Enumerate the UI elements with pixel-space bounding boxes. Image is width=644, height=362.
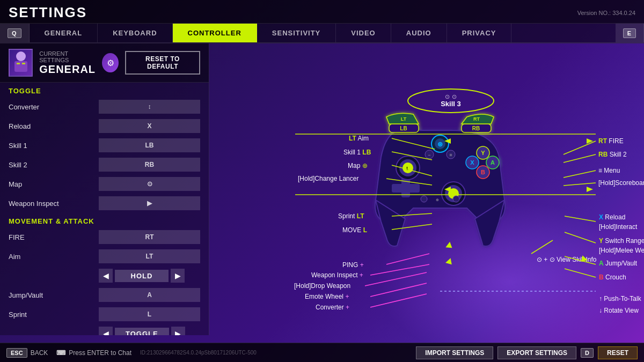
svg-text:Sprint LT: Sprint LT <box>338 212 364 220</box>
tab-general[interactable]: GENERAL <box>30 24 98 42</box>
toggle-map-row: Map ⊙ <box>0 174 209 194</box>
aim-mode-next-button[interactable]: ▶ <box>171 269 185 283</box>
svg-text:LB: LB <box>400 125 407 131</box>
svg-text:Emote Wheel +: Emote Wheel + <box>305 293 349 300</box>
keyboard-icon: ⌨ <box>56 349 65 357</box>
toggle-skill1-row: Skill 1 LB <box>0 136 209 155</box>
svg-text:PING +: PING + <box>342 261 364 269</box>
toggle-skill2-row: Skill 2 RB <box>0 155 209 174</box>
sprint-key: L <box>148 311 151 318</box>
svg-text:A Jump/Vault: A Jump/Vault <box>599 260 638 267</box>
toggle-converter-label: Converter <box>9 103 94 111</box>
svg-line-60 <box>370 294 427 307</box>
svg-text:↑ Push-To-Talk: ↑ Push-To-Talk <box>599 295 642 302</box>
sprint-control[interactable]: L <box>99 307 200 321</box>
tab-sensitivity[interactable]: SENSITIVITY <box>257 24 336 42</box>
version-id: ID:213029664782S4.0.24pSb80171206UTC-500 <box>140 350 257 356</box>
export-settings-button[interactable]: Export Settings <box>497 346 576 359</box>
avatar <box>9 49 33 77</box>
svg-marker-94 <box>444 242 453 250</box>
tab-q-key[interactable]: Q <box>0 24 30 42</box>
tab-audio[interactable]: AUDIO <box>391 24 447 42</box>
svg-text:LT: LT <box>401 116 407 122</box>
aim-control[interactable]: LT <box>99 249 200 263</box>
tab-e-key[interactable]: E <box>616 24 644 42</box>
reset-key-chip[interactable]: D <box>581 348 594 358</box>
sprint-mode-value: TOGGLE <box>115 328 169 336</box>
reset-button[interactable]: RESET <box>598 346 638 359</box>
chat-hint: ⌨ Press ENTER to Chat <box>56 349 131 357</box>
svg-rect-1 <box>14 61 27 72</box>
bottom-right: Import Settings Export Settings D RESET <box>416 346 638 359</box>
tab-video[interactable]: VIDEO <box>336 24 391 42</box>
converter-key: ↕ <box>148 103 151 110</box>
svg-line-64 <box>564 154 596 162</box>
tab-privacy[interactable]: PRIVACY <box>447 24 512 42</box>
svg-text:Weapon Inspect +: Weapon Inspect + <box>311 271 363 279</box>
sprint-mode-prev-button[interactable]: ◀ <box>99 327 113 335</box>
skill2-key: RB <box>145 161 154 168</box>
svg-line-80 <box>565 269 596 277</box>
svg-text:RT FIRE: RT FIRE <box>598 137 624 145</box>
svg-rect-11 <box>392 184 420 193</box>
version-text: Version NO.: 334.0.24 <box>577 10 635 16</box>
fire-key: RT <box>145 233 154 241</box>
settings-header: Current settings GENERAL ⚙ RESET TO DEFA… <box>0 43 209 83</box>
svg-marker-95 <box>444 258 452 266</box>
svg-text:A: A <box>491 159 495 166</box>
svg-text:≡: ≡ <box>449 152 452 158</box>
map-key: ⊙ <box>147 180 152 188</box>
svg-text:⊙ ⊙: ⊙ ⊙ <box>445 93 456 100</box>
svg-text:Y: Y <box>481 150 485 156</box>
jump-vault-control[interactable]: A <box>99 288 200 302</box>
aim-mode-prev-button[interactable]: ◀ <box>99 269 113 283</box>
svg-point-0 <box>16 51 26 61</box>
toggle-skill2-label: Skill 2 <box>9 161 94 169</box>
reload-key: X <box>147 122 151 130</box>
svg-text:⊛: ⊛ <box>437 141 443 148</box>
fire-control[interactable]: RT <box>99 230 200 244</box>
toggle-skill2-control[interactable]: RB <box>99 158 200 172</box>
reset-to-default-button[interactable]: RESET TO DEFAULT <box>125 51 200 75</box>
import-settings-button[interactable]: Import Settings <box>416 346 493 359</box>
aim-label: Aim <box>9 253 94 261</box>
movement-attack-section-label: MOVEMENT & ATTACK <box>0 213 209 227</box>
weapon-inspect-key: ▶ <box>147 200 152 207</box>
aim-mode-row: ◀ HOLD ▶ <box>0 266 209 285</box>
jump-vault-row: Jump/Vault A <box>0 285 209 305</box>
toggle-reload-control[interactable]: X <box>99 119 200 133</box>
toggle-section-label: TOGGLE <box>0 83 209 97</box>
svg-text:[Hold]Melee Weapon: [Hold]Melee Weapon <box>599 247 644 254</box>
svg-point-35 <box>453 196 459 202</box>
toggle-converter-control[interactable]: ↕ <box>99 100 200 114</box>
aim-mode-value: HOLD <box>115 270 169 282</box>
toggle-reload-label: Reload <box>9 122 94 130</box>
skill1-key: LB <box>145 142 154 149</box>
svg-text:RB Skill 2: RB Skill 2 <box>598 151 627 158</box>
tab-keyboard[interactable]: KEYBOARD <box>98 24 172 42</box>
sprint-row: Sprint L <box>0 305 209 324</box>
svg-line-58 <box>370 283 427 297</box>
header: SETTINGS Version NO.: 334.0.24 <box>0 0 644 24</box>
q-key-chip: Q <box>8 28 21 38</box>
toggle-skill1-control[interactable]: LB <box>99 138 200 152</box>
svg-line-62 <box>564 141 596 154</box>
sprint-mode-next-button[interactable]: ▶ <box>171 327 185 335</box>
toggle-map-control[interactable]: ⊙ <box>99 177 200 191</box>
right-panel: LB RB LT RT L <box>209 43 644 335</box>
svg-point-34 <box>421 196 427 202</box>
aim-row: Aim LT <box>0 247 209 266</box>
back-hint: ESC BACK <box>6 348 48 358</box>
toggle-weapon-inspect-control[interactable]: ▶ <box>99 196 200 210</box>
tab-controller[interactable]: CONTROLLER <box>173 24 257 42</box>
svg-rect-2 <box>17 63 20 64</box>
toggle-reload-row: Reload X <box>0 116 209 136</box>
toggle-weapon-inspect-row: Weapon Inspect ▶ <box>0 194 209 213</box>
current-settings-label: Current settings <box>39 50 96 63</box>
aim-mode-toggle: ◀ HOLD ▶ <box>99 269 185 283</box>
esc-key-chip[interactable]: ESC <box>6 348 27 358</box>
svg-text:Skill 3: Skill 3 <box>441 100 461 108</box>
svg-marker-93 <box>587 187 593 192</box>
svg-text:↓ Rotate View: ↓ Rotate View <box>599 307 639 314</box>
gear-icon[interactable]: ⚙ <box>102 53 119 72</box>
